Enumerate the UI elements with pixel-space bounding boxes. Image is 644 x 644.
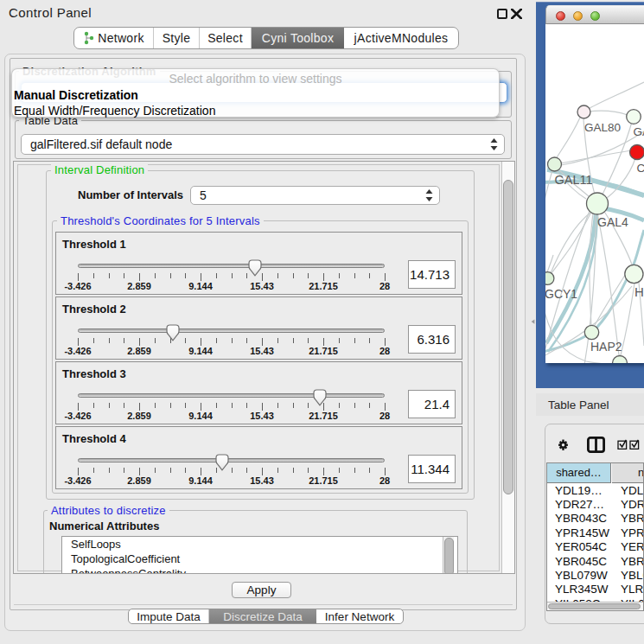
- svg-text:H: H: [634, 284, 644, 299]
- svg-text:GCY1: GCY1: [545, 287, 577, 301]
- svg-text:GAL80: GAL80: [584, 121, 621, 134]
- svg-text:GAL4: GAL4: [597, 215, 628, 229]
- svg-text:C: C: [637, 162, 644, 175]
- svg-text:HAP2: HAP2: [590, 340, 622, 354]
- svg-text:GA: GA: [634, 125, 644, 138]
- svg-text:GAL11: GAL11: [555, 173, 593, 187]
